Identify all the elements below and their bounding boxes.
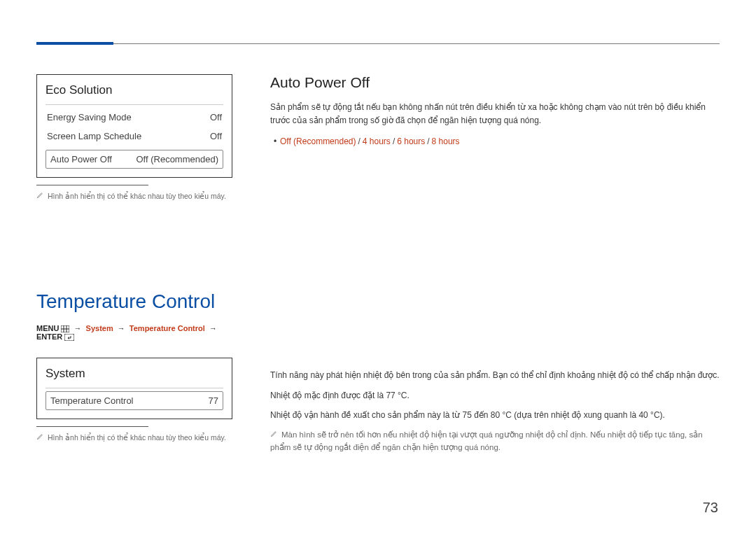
tc-paragraph: Nhiệt độ vận hành đề xuất cho sản phẩm n… (270, 409, 720, 422)
tc-paragraph: Nhiệt độ mặc định được đặt là 77 °C. (270, 389, 720, 402)
note-divider (36, 426, 148, 427)
tc-paragraph: Tính năng này phát hiện nhiệt độ bên tro… (270, 369, 720, 382)
menu-row: Energy Saving Mode Off (46, 108, 223, 127)
menu-row-value: Off (210, 112, 222, 122)
image-note: Hình ảnh hiển thị có thể khác nhau tùy t… (36, 433, 232, 444)
pencil-note-icon (270, 429, 279, 441)
menu-row-value: Off (210, 131, 222, 141)
menu-row-value: Off (Recommended) (136, 154, 218, 164)
option-value: 6 hours (397, 136, 425, 146)
note-divider (36, 185, 148, 185)
eco-panel-title: Eco Solution (46, 83, 223, 105)
eco-solution-panel: Eco Solution Energy Saving Mode Off Scre… (36, 74, 232, 178)
pencil-note-icon (36, 433, 45, 444)
system-panel: System Temperature Control 77 (36, 358, 232, 419)
menu-row-label: Temperature Control (50, 395, 134, 406)
menu-row-label: Screen Lamp Schedule (47, 131, 141, 141)
menu-row-label: Energy Saving Mode (47, 112, 132, 122)
option-value: 4 hours (363, 136, 391, 146)
breadcrumb-enter: ENTER (36, 332, 62, 341)
enter-icon (64, 332, 74, 341)
breadcrumb-temperature-control: Temperature Control (130, 324, 205, 332)
menu-row-selected: Temperature Control 77 (46, 391, 223, 410)
right-column: Auto Power Off Sản phẩm sẽ tự động tắt n… (270, 74, 720, 454)
svg-rect-4 (64, 334, 74, 341)
auto-power-off-options: • Off (Recommended)/4 hours/6 hours/8 ho… (270, 136, 720, 146)
page-number: 73 (703, 500, 718, 516)
system-panel-title: System (46, 367, 223, 388)
menu-row-selected: Auto Power Off Off (Recommended) (46, 150, 223, 169)
temperature-control-description: Tính năng này phát hiện nhiệt độ bên tro… (270, 369, 720, 454)
menu-row-label: Auto Power Off (50, 154, 112, 164)
menu-row-value: 77 (209, 395, 218, 406)
pencil-note-icon (36, 191, 45, 202)
bullet-icon: • (270, 136, 280, 146)
option-value: Off (Recommended) (280, 136, 356, 146)
option-value: 8 hours (432, 136, 460, 146)
section-heading: Temperature Control (36, 290, 232, 313)
tc-note: Màn hình sẽ trở nên tối hơn nếu nhiệt độ… (270, 429, 720, 454)
left-column: Eco Solution Energy Saving Mode Off Scre… (36, 74, 232, 454)
header-rule (36, 43, 720, 44)
auto-power-off-description: Sản phẩm sẽ tự động tắt nếu bạn không nh… (270, 101, 720, 127)
menu-row: Screen Lamp Schedule Off (46, 127, 223, 146)
menu-grid-icon (61, 324, 69, 332)
image-note: Hình ảnh hiển thị có thể khác nhau tùy t… (36, 191, 232, 202)
menu-breadcrumb: MENU → System → Temperature Control → EN… (36, 324, 232, 341)
breadcrumb-system: System (86, 324, 113, 332)
breadcrumb-menu: MENU (36, 324, 59, 332)
auto-power-off-heading: Auto Power Off (270, 74, 720, 91)
